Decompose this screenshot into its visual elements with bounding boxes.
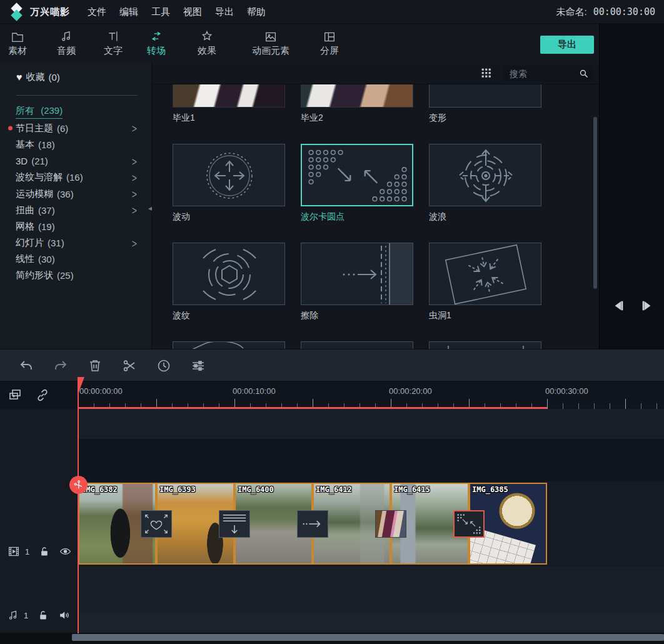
adjust-sliders-icon[interactable] <box>191 358 206 373</box>
transition-thumb <box>173 243 285 305</box>
item-count: (239) <box>41 105 63 116</box>
tab-label: 素材 <box>8 45 27 57</box>
transition-thumb <box>301 243 413 305</box>
transition-overlay-heart[interactable] <box>141 510 172 538</box>
transition-item-partial[interactable] <box>301 341 413 349</box>
transition-label: 变形 <box>429 113 541 124</box>
ruler-label-10s: 00:00:10:00 <box>233 386 276 396</box>
transition-thumb <box>429 84 541 108</box>
next-frame-button[interactable] <box>640 299 654 312</box>
transition-item-bodong[interactable]: 波动 <box>173 144 285 223</box>
video-track-icon <box>8 546 20 557</box>
clip-name: IMG_6400 <box>238 485 274 494</box>
sidebar-item-3d[interactable]: 3D(21) > <box>0 153 152 169</box>
playhead-scissors-grip[interactable] <box>69 476 88 494</box>
transition-item-biye1[interactable]: 毕业1 <box>173 84 285 124</box>
transition-thumb <box>429 243 541 305</box>
duration-clock-icon[interactable] <box>156 358 171 373</box>
transition-overlay-wipe-down[interactable] <box>219 510 250 538</box>
split-scissors-icon[interactable] <box>122 358 137 373</box>
tab-elements[interactable]: 动画元素 <box>252 29 289 57</box>
transition-item-biye2[interactable]: 毕业2 <box>301 84 413 124</box>
transition-label: 波纹 <box>173 310 285 321</box>
timeline-empty-row <box>0 611 664 633</box>
item-label: 节日主题 <box>16 123 53 134</box>
transition-thumb <box>173 144 285 206</box>
sidebar-favorites[interactable]: ♥ 收藏 (0) <box>16 71 60 83</box>
transition-label: 波动 <box>173 211 285 223</box>
sidebar-item-slideshow[interactable]: 幻灯片(31) > <box>0 235 152 251</box>
transition-item-partial[interactable] <box>429 341 541 349</box>
transition-overlay-photo[interactable] <box>375 510 406 538</box>
lock-open-icon[interactable] <box>39 546 49 557</box>
previous-frame-button[interactable] <box>611 299 625 312</box>
menu-help[interactable]: 帮助 <box>247 5 266 19</box>
library-scrollbar[interactable] <box>593 117 597 289</box>
tab-effects[interactable]: 效果 <box>194 29 219 57</box>
sidebar-item-motion-blur[interactable]: 运动模糊(36) > <box>0 186 152 202</box>
transition-item-cachu[interactable]: 擦除 <box>301 243 413 321</box>
app-window: 万兴喵影 文件 编辑 工具 视图 导出 帮助 未命名: 00:00:30:00 … <box>0 0 664 644</box>
tab-text[interactable]: 文字 <box>101 29 126 57</box>
image-icon <box>264 29 277 43</box>
transition-label: 波浪 <box>429 211 541 223</box>
transition-item-bolang[interactable]: 波浪 <box>429 144 541 223</box>
clip-name: IMG_6412 <box>316 485 352 494</box>
transition-overlay-polka-dots[interactable] <box>453 510 485 538</box>
timeline-horizontal-scrollbar[interactable] <box>72 634 664 641</box>
redo-icon[interactable] <box>53 358 68 373</box>
audio-track-icon <box>8 610 19 621</box>
menu-edit[interactable]: 编辑 <box>119 5 138 19</box>
link-icon[interactable] <box>35 388 50 403</box>
tab-transitions[interactable]: 转场 <box>144 29 169 57</box>
export-button[interactable]: 导出 <box>540 36 594 54</box>
speaker-icon[interactable] <box>58 610 70 621</box>
playhead-line[interactable] <box>78 380 79 633</box>
transition-overlay-wipe-right[interactable] <box>297 510 328 538</box>
sidebar-item-basic[interactable]: 基本(18) <box>0 136 152 153</box>
transition-item-chongdong1[interactable]: 虫洞1 <box>429 243 541 321</box>
split-screen-icon <box>323 29 336 43</box>
sidebar-item-linear[interactable]: 线性(30) <box>0 251 152 268</box>
menu-file[interactable]: 文件 <box>88 5 106 19</box>
project-name: 未命名: <box>556 6 586 18</box>
timeline-toolbar <box>0 349 664 381</box>
transition-item-partial[interactable] <box>173 341 285 349</box>
sidebar-item-holiday[interactable]: 节日主题(6) > <box>0 120 152 136</box>
transition-thumb <box>429 341 541 349</box>
tab-splitscreen[interactable]: 分屏 <box>317 29 342 57</box>
clip-name: IMG_6415 <box>394 485 430 494</box>
delete-trash-icon[interactable] <box>88 358 103 373</box>
sidebar-item-all[interactable]: 所有 (239) <box>0 104 152 120</box>
sidebar-item-ripple-dissolve[interactable]: 波纹与溶解(16) > <box>0 169 152 186</box>
titlebar: 万兴喵影 文件 编辑 工具 视图 导出 帮助 未命名: 00:00:30:00 <box>0 0 664 24</box>
transition-thumb <box>429 144 541 206</box>
tab-label: 转场 <box>147 45 166 57</box>
undo-icon[interactable] <box>19 358 34 373</box>
menu-export[interactable]: 导出 <box>215 5 234 19</box>
search-input[interactable] <box>503 69 578 79</box>
transition-item-bowen[interactable]: 波纹 <box>173 243 285 321</box>
tab-media[interactable]: 素材 <box>5 29 30 57</box>
lock-open-icon[interactable] <box>38 610 48 621</box>
sidebar-item-grid[interactable]: 网格(19) <box>0 218 152 234</box>
sidebar-item-distort[interactable]: 扭曲(37) > <box>0 202 152 218</box>
tab-audio[interactable]: 音频 <box>54 29 79 57</box>
grid-view-icon[interactable] <box>480 66 493 80</box>
item-count: (30) <box>38 254 55 264</box>
add-track-icon[interactable] <box>8 388 23 403</box>
search-icon[interactable] <box>578 68 589 79</box>
library-scroll-area: 毕业1 毕业2 变形 <box>152 84 599 349</box>
tab-label: 动画元素 <box>252 45 289 57</box>
transition-item-polka-dots-selected[interactable]: 波尔卡圆点 <box>301 144 413 223</box>
transition-item-bianxing[interactable]: 变形 <box>429 84 541 124</box>
menu-tools[interactable]: 工具 <box>151 5 170 19</box>
chevron-right-icon: > <box>132 122 137 135</box>
item-count: (25) <box>57 270 74 281</box>
menu-view[interactable]: 视图 <box>183 5 202 19</box>
visibility-eye-icon[interactable] <box>59 546 71 556</box>
sidebar-item-simple-shapes[interactable]: 简约形状(25) <box>0 268 152 284</box>
chevron-right-icon: > <box>132 204 137 217</box>
item-count: (37) <box>38 205 55 216</box>
heart-icon: ♥ <box>16 72 23 83</box>
